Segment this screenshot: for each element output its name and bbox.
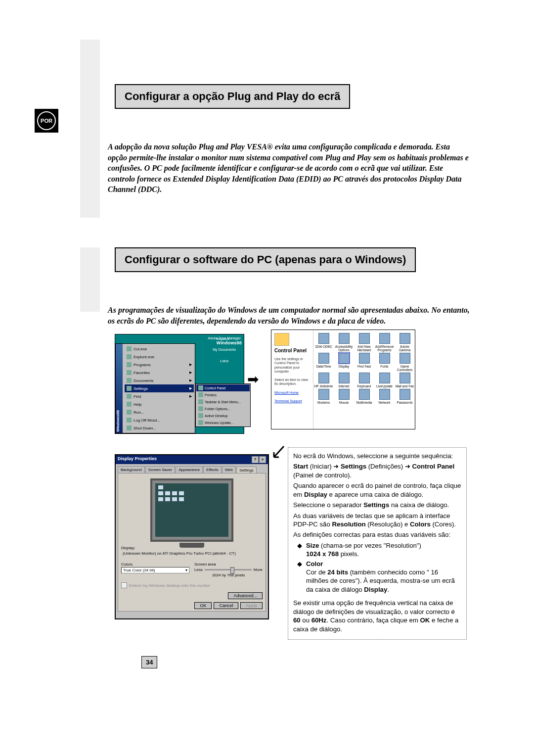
screen-area-value: 1024 by 768 pixels (194, 573, 263, 577)
start-item: Explore.exe (125, 353, 194, 361)
start-item: Run... (125, 408, 194, 416)
screen-area-slider: Less More (194, 567, 263, 572)
desktop-icons: Adobe Type Manager My Documents Lotus (208, 336, 241, 371)
submenu-item-control-panel: Control Panel (196, 384, 250, 391)
instr-line: As duas variáveis de teclas que se aplic… (293, 512, 461, 529)
tab-effects: Effects (203, 466, 221, 473)
colors-label: Colors (121, 562, 189, 567)
cp-icon: Internet (334, 373, 354, 388)
display-value: (Unknown Monitor) on ATI Graphics Pro Tu… (121, 551, 263, 556)
arrow-down-left-icon (272, 445, 287, 460)
cp-icon: Passwords (395, 389, 415, 404)
start-menu: Windows98 Col.exe Explore.exe Programs▶ … (115, 343, 195, 433)
cp-icon: HP JetAdmin (313, 373, 334, 388)
close-icon: × (259, 456, 266, 463)
tech-support-link: Technical Support (274, 399, 310, 403)
apply-button: Apply (240, 602, 263, 609)
cp-icon: Mouse (334, 389, 354, 404)
control-panel-title: Control Panel (274, 348, 310, 353)
cp-icon: Network (374, 389, 395, 404)
language-badge-text: POR (37, 111, 56, 130)
cp-icon: Multimedia (354, 389, 374, 404)
intro-paragraph-2: As programações de visualização do Windo… (108, 305, 470, 326)
start-item: Favorites▶ (125, 369, 194, 377)
cp-icon: Date/Time (313, 353, 334, 372)
control-panel-desc2: Select an item to view its description. (274, 378, 310, 386)
monitor-preview-icon (150, 478, 233, 542)
diamond-icon: ◆ (297, 560, 302, 594)
folder-icon (274, 333, 289, 346)
decorative-gutter (80, 247, 100, 312)
cp-icon: Game Controllers (395, 353, 415, 372)
start-item: Find▶ (125, 392, 194, 400)
cp-icon: Keyboard (354, 373, 374, 388)
cp-icon: Add New Hardware (354, 333, 374, 352)
control-panel-desc: Use the settings in Control Panel to per… (274, 357, 310, 374)
instr-line: Seleccione o separador Settings na caixa… (293, 501, 461, 509)
instr-line: Start (Iniciar) ➜ Settings (Definições) … (293, 462, 461, 479)
start-menu-stripe: Windows98 (116, 344, 123, 433)
start-item: Log Off Mcsd... (125, 416, 194, 424)
start-item-settings: Settings▶ (125, 384, 194, 392)
title-bar-buttons: ? × (252, 456, 266, 463)
advanced-button: Advanced... (228, 592, 263, 599)
instr-line: As definições correctas para estas duas … (293, 530, 461, 539)
cp-icon: Adobe Gamma (395, 333, 415, 352)
tab-web: Web (222, 466, 236, 473)
instructions-box: No ecrã do Windows, seleccione a seguint… (288, 447, 467, 640)
start-item: Documents▶ (125, 377, 194, 384)
start-item: Programs▶ (125, 361, 194, 369)
start-item: Shut Down... (125, 424, 194, 432)
screenshot-windows-desktop: Microsoft Windows98 Adobe Type Manager M… (115, 334, 244, 434)
tab-background: Background (118, 466, 145, 473)
settings-submenu: Control Panel Printers Taskbar & Start M… (195, 383, 251, 427)
section-heading-plug-and-play: Configurar a opção Plug and Play do ecrã (115, 84, 350, 109)
tab-screensaver: Screen Saver (145, 466, 175, 473)
dialog-title: Display Properties (118, 456, 157, 463)
tab-settings: Settings (236, 467, 257, 473)
page-number: 34 (141, 656, 157, 668)
submenu-item: Active Desktop (196, 412, 250, 419)
tab-appearance: Appearance (176, 466, 203, 473)
cp-icon: Find Fast (354, 353, 374, 372)
screenshot-display-properties: Display Properties ? × Background Screen… (115, 454, 269, 619)
instr-line: No ecrã do Windows, seleccione a seguint… (293, 452, 461, 460)
ms-home-link: Microsoft Home (274, 391, 310, 394)
cp-icon: Accessibility Options (334, 333, 354, 352)
screen-area-label: Screen area (194, 562, 263, 567)
submenu-item: Windows Update... (196, 419, 250, 426)
cancel-button: Cancel (214, 602, 238, 609)
submenu-item: Folder Options... (196, 405, 250, 412)
section-heading-pc-software: Configurar o software do PC (apenas para… (115, 247, 416, 272)
bullet-size: ◆ Size (chama-se por vezes "Resolution")… (297, 541, 461, 559)
help-icon: ? (252, 456, 259, 463)
decorative-gutter (80, 40, 100, 218)
start-item: Col.exe (125, 345, 194, 353)
cp-icon: Display (334, 353, 354, 372)
instr-line: Quando aparecer o ecrã do painel de cont… (293, 481, 461, 499)
cp-icon: Add/Remove Programs (374, 333, 395, 352)
dialog-tabs: Background Screen Saver Appearance Effec… (116, 464, 268, 473)
submenu-item: Taskbar & Start Menu... (196, 398, 250, 405)
submenu-item: Printers (196, 391, 250, 398)
language-badge: POR (35, 109, 58, 133)
diamond-icon: ◆ (297, 541, 302, 559)
bullet-color: ◆ ColorCor de 24 bits (também conhecido … (297, 560, 461, 594)
extend-desktop-checkbox: Extend my Windows desktop onto this moni… (121, 582, 263, 588)
ok-button: OK (194, 602, 212, 609)
intro-paragraph-1: A adopção da nova solução Plug and Play … (108, 142, 470, 195)
cp-icon: LiveUpdate (374, 373, 395, 388)
arrow-right-icon: ➡ (247, 371, 259, 387)
cp-icon: Mail and Fax (395, 373, 415, 388)
screenshot-control-panel: Control Panel Use the settings in Contro… (271, 330, 415, 429)
cp-icon: Fonts (374, 353, 395, 372)
colors-dropdown: True Color (24 bit) ▾ (121, 567, 189, 573)
instr-line: Se existir uma opção de frequência verti… (293, 599, 461, 633)
start-item: Help (125, 400, 194, 408)
cp-icon: Modems (313, 389, 334, 404)
cp-icon: 32bit ODBC (313, 333, 334, 352)
